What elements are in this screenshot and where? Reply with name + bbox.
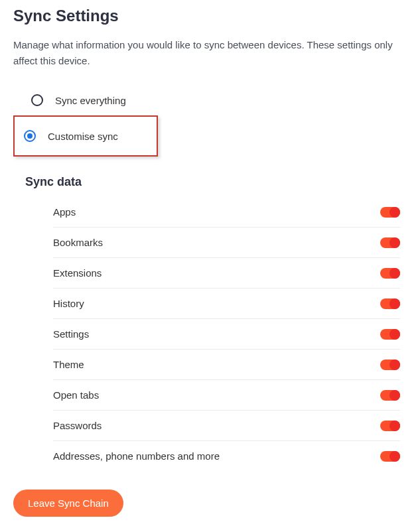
sync-label: Extensions [53,267,102,279]
sync-label: Theme [53,359,84,370]
sync-label: Passwords [53,420,102,431]
sync-row-passwords: Passwords [53,411,400,441]
sync-row-settings: Settings [53,319,400,350]
sync-row-extensions: Extensions [53,258,400,289]
radio-customise-sync[interactable]: Customise sync [13,115,158,157]
toggle-knob-icon [389,329,400,340]
sync-data-title: Sync data [13,175,407,189]
page-description: Manage what information you would like t… [13,37,407,69]
radio-label-customise: Customise sync [48,131,118,142]
toggle-knob-icon [389,360,400,370]
toggle-knob-icon [389,390,400,401]
sync-label: Settings [53,328,89,340]
page-title: Sync Settings [13,7,407,25]
toggle-settings[interactable] [380,329,400,340]
sync-row-addresses: Addresses, phone numbers and more [53,441,400,471]
toggle-apps[interactable] [380,207,400,218]
sync-row-bookmarks: Bookmarks [53,228,400,258]
sync-label: Bookmarks [53,237,103,248]
toggle-bookmarks[interactable] [380,237,400,248]
toggle-history[interactable] [380,298,400,309]
sync-label: History [53,298,84,309]
radio-unselected-icon [31,94,43,106]
toggle-knob-icon [389,207,400,218]
sync-label: Addresses, phone numbers and more [53,450,220,462]
toggle-knob-icon [389,268,400,279]
toggle-extensions[interactable] [380,268,400,279]
sync-mode-radio-group: Sync everything Customise sync [13,88,407,157]
sync-label: Open tabs [53,389,99,401]
toggle-passwords[interactable] [380,421,400,431]
sync-row-history: History [53,289,400,319]
toggle-knob-icon [389,421,400,431]
sync-label: Apps [53,206,76,218]
sync-row-open-tabs: Open tabs [53,380,400,411]
radio-sync-everything[interactable]: Sync everything [13,88,407,113]
radio-selected-icon [24,130,36,142]
sync-row-apps: Apps [53,197,400,228]
toggle-knob-icon [389,237,400,248]
sync-data-list: Apps Bookmarks Extensions History Settin… [13,197,407,471]
leave-sync-chain-button[interactable]: Leave Sync Chain [13,490,123,517]
radio-label-everything: Sync everything [55,95,126,106]
sync-row-theme: Theme [53,350,400,380]
toggle-open-tabs[interactable] [380,390,400,401]
toggle-knob-icon [389,298,400,309]
toggle-addresses[interactable] [380,451,400,462]
toggle-knob-icon [389,451,400,462]
toggle-theme[interactable] [380,360,400,370]
